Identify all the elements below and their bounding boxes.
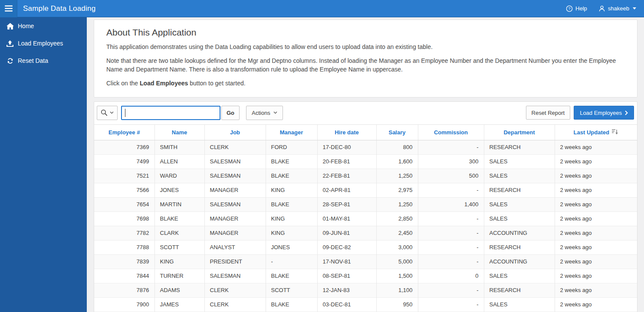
column-header-last-updated[interactable]: Last Updated [555,124,637,140]
table-cell: CLERK [204,140,266,154]
table-cell: - [418,254,484,269]
table-cell: SALESMAN [204,169,266,183]
about-paragraph-2: Note that there are two table lookups de… [106,56,625,74]
go-button[interactable]: Go [221,106,240,120]
app-header: Sample Data Loading ? Help shakeeb [0,0,644,17]
table-cell: 950 [376,297,418,312]
table-cell: - [418,211,484,226]
column-header-employee-[interactable]: Employee # [94,124,154,140]
about-paragraph-1: This application demonstrates using the … [106,42,625,52]
table-cell: 800 [376,140,418,154]
hamburger-menu-button[interactable] [0,0,17,17]
table-cell: 1,500 [376,269,418,283]
table-cell: RESEARCH [484,183,555,197]
column-header-job[interactable]: Job [204,124,266,140]
chevron-right-icon [625,110,628,115]
user-menu[interactable]: shakeeb [598,5,636,12]
table-cell: 2 weeks ago [555,226,637,240]
table-cell: WARD [154,169,204,183]
column-header-salary[interactable]: Salary [376,124,418,140]
table-cell: RESEARCH [484,240,555,254]
table-cell: 12-JAN-83 [317,283,376,297]
column-header-department[interactable]: Department [484,124,555,140]
column-header-hire-date[interactable]: Hire date [317,124,376,140]
search-input[interactable] [121,106,220,120]
table-row: 7698BLAKEMANAGERKING01-MAY-812,850-SALES… [94,211,637,226]
refresh-icon [6,58,14,64]
table-cell: 09-DEC-82 [317,240,376,254]
table-cell: SALES [484,154,555,169]
table-cell: BLAKE [266,297,317,312]
table-cell: CLARK [154,226,204,240]
column-header-name[interactable]: Name [154,124,204,140]
table-cell: SMITH [154,140,204,154]
table-cell: SALESMAN [204,269,266,283]
username-label: shakeeb [608,5,629,12]
table-cell: 02-APR-81 [317,183,376,197]
table-cell: BLAKE [266,169,317,183]
table-cell: 2 weeks ago [555,169,637,183]
table-cell: MANAGER [204,211,266,226]
table-cell: SALESMAN [204,197,266,211]
table-cell: 20-FEB-81 [317,154,376,169]
reset-report-button[interactable]: Reset Report [526,106,571,120]
table-cell: 500 [418,169,484,183]
table-cell: ANALYST [204,240,266,254]
table-cell: 2,975 [376,183,418,197]
table-cell: 7698 [94,211,154,226]
table-cell: 1,250 [376,197,418,211]
table-cell: MANAGER [204,226,266,240]
table-cell: 2 weeks ago [555,283,637,297]
about-paragraph-3: Click on the Load Employees button to ge… [106,79,625,88]
sort-descending-icon [612,129,618,135]
table-cell: 0 [418,269,484,283]
hamburger-icon [5,5,13,12]
sidebar-item-label: Reset Data [18,57,48,64]
table-cell: - [418,226,484,240]
help-link[interactable]: ? Help [566,5,587,12]
employees-table: Employee #NameJobManagerHire dateSalaryC… [94,124,637,312]
table-cell: 1,100 [376,283,418,297]
table-cell: 01-MAY-81 [317,211,376,226]
table-cell: BLAKE [266,269,317,283]
main-content: About This Application This application … [87,17,644,312]
sidebar-item-reset-data[interactable]: Reset Data [0,52,87,69]
table-cell: 17-DEC-80 [317,140,376,154]
chevron-down-icon [273,111,277,114]
chevron-down-icon [110,111,114,114]
table-cell: 5,000 [376,254,418,269]
table-row: 7782CLARKMANAGERKING09-JUN-812,450-ACCOU… [94,226,637,240]
table-cell: RESEARCH [484,283,555,297]
load-employees-emphasis: Load Employees [140,80,188,87]
sidebar-item-home[interactable]: Home [0,17,87,35]
table-cell: 2 weeks ago [555,140,637,154]
table-cell: 2,450 [376,226,418,240]
table-cell: BLAKE [266,154,317,169]
table-cell: RESEARCH [484,140,555,154]
table-cell: 2 weeks ago [555,254,637,269]
help-icon: ? [566,5,573,12]
sidebar-item-load-employees[interactable]: Load Employees [0,35,87,52]
table-cell: JONES [154,183,204,197]
search-icon [101,109,108,116]
column-header-commission[interactable]: Commission [418,124,484,140]
table-cell: MANAGER [204,183,266,197]
search-column-selector[interactable] [97,106,118,120]
table-row: 7521WARDSALESMANBLAKE22-FEB-811,250500SA… [94,169,637,183]
table-cell: 28-SEP-81 [317,197,376,211]
column-header-manager[interactable]: Manager [266,124,317,140]
table-cell: KING [266,211,317,226]
table-cell: 2 weeks ago [555,183,637,197]
table-cell: 3,000 [376,240,418,254]
table-cell: 7788 [94,240,154,254]
sidebar: Home Load Employees Reset Data [0,17,87,312]
load-employees-button[interactable]: Load Employees [574,106,634,120]
table-cell: 1,250 [376,169,418,183]
table-cell: ALLEN [154,154,204,169]
table-row: 7900JAMESCLERKBLAKE03-DEC-81950-SALES2 w… [94,297,637,312]
page-title: Sample Data Loading [23,4,95,13]
actions-menu-button[interactable]: Actions [246,106,283,120]
table-cell: SALES [484,211,555,226]
table-cell: SCOTT [266,283,317,297]
table-cell: - [418,140,484,154]
